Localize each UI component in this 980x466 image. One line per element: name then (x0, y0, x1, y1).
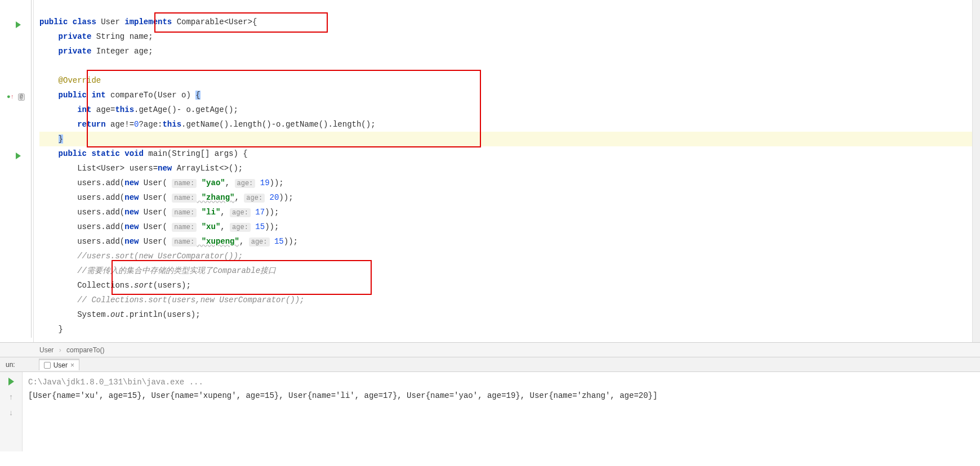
scroll-down-button[interactable] (6, 408, 16, 418)
code-line: public class User implements Comparable<… (39, 15, 980, 29)
code-line: //需要传入的集合中存储的类型实现了Comparable接口 (39, 263, 980, 278)
code-line: // Collections.sort(users,new UserCompar… (39, 293, 980, 307)
code-line: public static void main(String[] args) { (39, 146, 980, 161)
run-gutter-icon[interactable] (16, 153, 21, 159)
console: C:\Java\jdk1.8.0_131\bin\java.exe ... [U… (0, 371, 980, 451)
code-line: //users.sort(new UserComparator()); (39, 249, 980, 263)
code-line: } (39, 322, 980, 337)
code-line: users.add(new User( name: "li", age: 17)… (39, 205, 980, 219)
code-line: Collections.sort(users); (39, 278, 980, 293)
console-command: C:\Java\jdk1.8.0_131\bin\java.exe ... (28, 375, 974, 389)
code-line: public int compareTo(User o) { (39, 88, 980, 102)
code-line: users.add(new User( name: "xu", age: 15)… (39, 219, 980, 234)
breadcrumb-item[interactable]: compareTo() (66, 346, 104, 354)
breadcrumb[interactable]: User › compareTo() (0, 342, 980, 357)
breadcrumb-separator: › (59, 346, 61, 354)
code-line: List<User> users=new ArrayList<>(); (39, 161, 980, 176)
rerun-button[interactable] (6, 377, 16, 387)
code-line: } (39, 132, 980, 146)
code-line: @Override (39, 73, 980, 88)
fold-line (31, 0, 32, 338)
code-line: return age!=0?age:this.getName().length(… (39, 117, 980, 132)
close-icon[interactable]: × (70, 361, 74, 369)
code-line: System.out.println(users); (39, 307, 980, 322)
console-toolbar (0, 372, 23, 451)
run-gutter-icon[interactable] (16, 21, 21, 28)
tab-icon (44, 362, 51, 369)
override-marker[interactable]: ●↑ @ (7, 93, 25, 100)
console-line: [User{name='xu', age=15}, User{name='xup… (28, 389, 974, 402)
editor: ●↑ @ public class User implements Compar… (0, 0, 980, 342)
gutter: ●↑ @ (0, 0, 34, 342)
code-line: users.add(new User( name: "yao", age: 19… (39, 176, 980, 190)
code-area[interactable]: public class User implements Comparable<… (34, 0, 980, 342)
scroll-up-button[interactable] (6, 392, 16, 402)
code-line: int age=this.getAge()- o.getAge(); (39, 102, 980, 117)
console-output[interactable]: C:\Java\jdk1.8.0_131\bin\java.exe ... [U… (23, 372, 980, 451)
toolwindow-label: un: (0, 361, 21, 369)
code-line: users.add(new User( name: "zhang", age: … (39, 190, 980, 205)
code-line (39, 59, 980, 73)
code-line: private String name; (39, 29, 980, 44)
code-line (39, 0, 980, 15)
breadcrumb-item[interactable]: User (39, 346, 54, 354)
error-stripe[interactable] (972, 0, 980, 342)
run-tab[interactable]: User × (39, 359, 79, 370)
toolwindow-tabbar: un: User × (0, 357, 980, 371)
code-line: private Integer age; (39, 44, 980, 59)
code-line: users.add(new User( name: "xupeng", age:… (39, 234, 980, 249)
tab-label: User (54, 361, 68, 369)
